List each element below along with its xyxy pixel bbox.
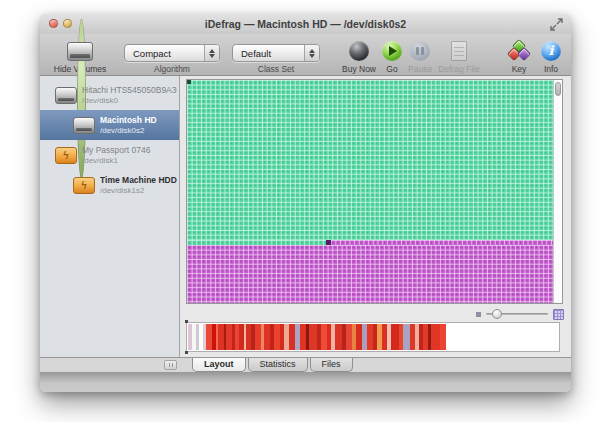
defrag-file-button: Defrag File <box>438 36 480 74</box>
device-path: /dev/disk1s2 <box>100 186 177 196</box>
buy-now-button[interactable]: Buy Now <box>342 36 376 74</box>
block-map-grid[interactable] <box>187 80 553 303</box>
pause-button: Pause <box>408 36 432 74</box>
volume-name: Hitachi HTS545050B9A302 <box>82 85 177 96</box>
zoom-in-icon[interactable] <box>553 309 564 320</box>
volume-name: Time Machine HDD <box>100 175 177 186</box>
overview-stripes <box>188 324 558 350</box>
info-button[interactable]: iInfo <box>541 36 561 74</box>
fullscreen-icon[interactable] <box>550 17 563 30</box>
selection-tick-top <box>185 320 188 323</box>
zoom-slider-knob[interactable] <box>492 309 502 319</box>
title-bar[interactable]: iDefrag — Macintosh HD — /dev/disk0s2 <box>40 14 571 34</box>
volume-name: My Passport 0746 <box>82 145 151 156</box>
dropdown-arrows-icon <box>304 45 319 61</box>
blocks-region-purple <box>187 245 553 303</box>
tab-files[interactable]: Files <box>310 358 353 372</box>
external-disk-icon: ϟ <box>73 177 95 194</box>
internal-disk-icon <box>55 87 77 104</box>
device-path: /dev/disk0s2 <box>100 126 157 136</box>
class-set-select[interactable]: Default <box>232 44 320 62</box>
volume-name: Macintosh HD <box>100 115 157 126</box>
key-button[interactable]: Key <box>507 36 531 74</box>
go-button[interactable]: Go <box>382 36 402 74</box>
tab-strip: LayoutStatisticsFiles <box>40 357 571 372</box>
pause-icon <box>410 41 430 61</box>
close-button[interactable] <box>49 19 58 28</box>
volume-header-block <box>187 80 191 84</box>
globe-icon <box>349 41 369 61</box>
overview-bar[interactable] <box>186 322 560 352</box>
sidebar-item-hitachi-hts545050b9a302[interactable]: Hitachi HTS545050B9A302/dev/disk0 <box>40 80 179 110</box>
class-set-group: Default Class Set <box>232 36 320 74</box>
play-icon <box>382 41 402 61</box>
sidebar-item-time-machine-hdd[interactable]: ϟTime Machine HDD/dev/disk1s2 <box>40 170 179 200</box>
dropdown-arrows-icon <box>204 45 219 61</box>
volume-list: Hitachi HTS545050B9A302/dev/disk0Macinto… <box>40 76 180 357</box>
device-path: /dev/disk1 <box>82 156 151 166</box>
zoom-controls <box>476 307 564 321</box>
internal-disk-icon <box>73 117 95 134</box>
bottom-bar <box>40 372 571 392</box>
info-icon: i <box>541 41 561 61</box>
footer: LayoutStatisticsFiles <box>40 357 571 392</box>
minimize-button[interactable] <box>63 19 72 28</box>
tab-statistics[interactable]: Statistics <box>248 358 308 372</box>
device-path: /dev/disk0 <box>82 96 177 106</box>
external-disk-icon: ϟ <box>55 147 77 164</box>
sidebar-item-macintosh-hd[interactable]: Macintosh HD/dev/disk0s2 <box>40 110 179 140</box>
sidebar-item-my-passport-0746[interactable]: ϟMy Passport 0746/dev/disk1 <box>40 140 179 170</box>
blocks-region-green <box>187 80 553 240</box>
defrag-file-icon <box>451 41 467 61</box>
window-title: iDefrag — Macintosh HD — /dev/disk0s2 <box>40 14 571 34</box>
layout-pane <box>180 76 571 357</box>
toolbar: Hide Volumes Compact Algorithm Default <box>40 34 571 76</box>
zoom-out-icon[interactable] <box>476 312 481 317</box>
step-block <box>326 240 331 245</box>
block-map[interactable] <box>186 79 563 304</box>
gems-icon <box>507 40 531 62</box>
desktop: iDefrag — Macintosh HD — /dev/disk0s2 Hi… <box>0 0 600 422</box>
zoom-slider[interactable] <box>486 308 548 320</box>
selection-tick-bottom <box>185 351 188 354</box>
map-scrollbar[interactable] <box>553 80 562 303</box>
tab-layout[interactable]: Layout <box>192 358 246 372</box>
map-scrollbar-thumb[interactable] <box>555 82 561 96</box>
divider-grip[interactable] <box>164 360 177 370</box>
app-window: iDefrag — Macintosh HD — /dev/disk0s2 Hi… <box>40 14 571 392</box>
content-area: Hitachi HTS545050B9A302/dev/disk0Macinto… <box>40 76 571 357</box>
drive-icon <box>67 42 93 61</box>
algorithm-select[interactable]: Compact <box>124 44 220 62</box>
algorithm-group: Compact Algorithm <box>124 36 220 74</box>
